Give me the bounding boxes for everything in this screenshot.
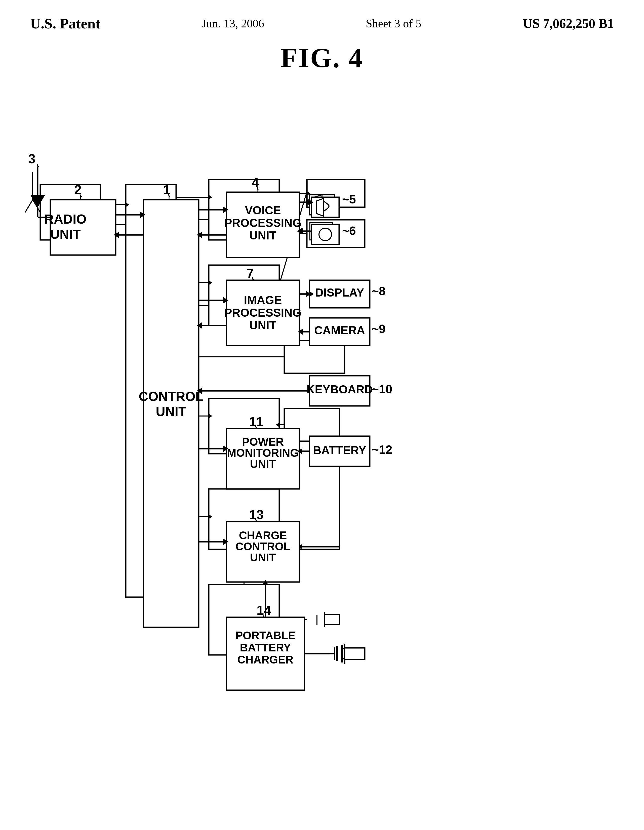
ref-6: ~6 (342, 224, 356, 238)
radio-unit-label: RADIO (44, 212, 87, 227)
camera-label: CAMERA (314, 324, 365, 337)
control-unit-label2: UNIT (156, 404, 186, 419)
image-proc-label3: UNIT (249, 319, 276, 332)
display-label: DISPLAY (315, 286, 364, 299)
patent-diagram: 3 2 1 4 ~5 ~6 7 ~8 ~9 ~10 (0, 74, 644, 830)
power-mon-label: POWER (242, 436, 284, 448)
ref-12: ~12 (372, 443, 392, 456)
ref-5: ~5 (342, 193, 356, 206)
voice-proc-label: VOICE (245, 204, 281, 217)
ref-14: 14 (257, 603, 271, 618)
power-mon-label2: MONITORING (227, 447, 298, 459)
ref-8: ~8 (372, 285, 385, 298)
ref-9: ~9 (372, 322, 385, 336)
ref-13: 13 (249, 507, 263, 522)
svg-marker-21 (208, 280, 212, 285)
patent-office-label: U.S. Patent (30, 15, 100, 32)
svg-marker-13 (125, 202, 129, 207)
svg-marker-29 (276, 422, 280, 427)
svg-marker-31 (208, 514, 212, 519)
figure-label: FIG. 4 (0, 42, 644, 74)
control-unit-label: CONTROL (139, 389, 203, 404)
charge-ctrl-label2: CONTROL (235, 540, 290, 553)
sheet-label: Sheet 3 of 5 (366, 17, 421, 30)
battery-label: BATTERY (313, 444, 366, 457)
svg-rect-149 (345, 648, 365, 659)
charge-ctrl-label: CHARGE (239, 529, 287, 542)
diagram-area: 3 2 1 4 ~5 ~6 7 ~8 ~9 ~10 (0, 74, 644, 830)
keyboard-label: KEYBOARD (306, 383, 373, 396)
image-proc-label2: PROCESSING (224, 306, 301, 319)
voice-proc-label3: UNIT (249, 229, 276, 242)
svg-marker-27 (208, 413, 212, 418)
svg-line-45 (25, 200, 33, 212)
portable-charger-label: PORTABLE (235, 629, 296, 642)
ref-10: ~10 (372, 383, 392, 396)
portable-charger-label3: CHARGER (238, 653, 293, 666)
ref-11: 11 (249, 414, 263, 429)
voice-proc-label2: PROCESSING (224, 216, 301, 230)
radio-unit-label2: UNIT (50, 227, 81, 241)
svg-rect-42 (325, 615, 339, 625)
patent-date-label: Jun. 13, 2006 (202, 17, 264, 30)
svg-rect-112 (311, 224, 339, 244)
portable-charger-label2: BATTERY (240, 642, 291, 654)
image-proc-label: IMAGE (244, 293, 282, 307)
svg-marker-17 (208, 195, 212, 200)
power-mon-label3: UNIT (250, 458, 276, 470)
svg-rect-110 (311, 197, 339, 217)
patent-number-label: US 7,062,250 B1 (523, 16, 614, 31)
ref-1: 1 (163, 182, 170, 197)
page-header: U.S. Patent Jun. 13, 2006 Sheet 3 of 5 U… (0, 0, 644, 32)
charge-ctrl-label3: UNIT (250, 551, 276, 564)
ref-3: 3 (28, 151, 35, 166)
ref-4: 4 (252, 175, 259, 190)
